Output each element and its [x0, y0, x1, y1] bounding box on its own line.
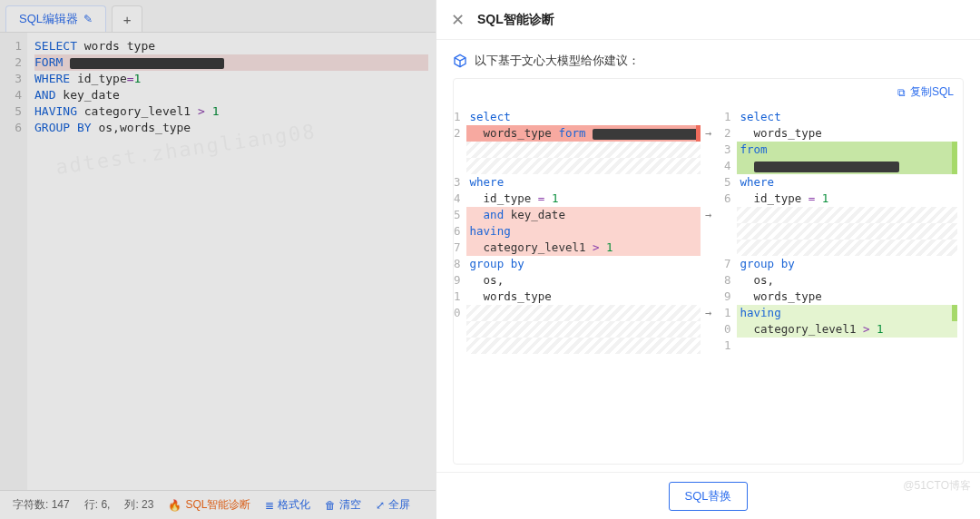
suggestion-intro: 以下基于文心大模型给你建议： [475, 53, 640, 69]
sql-editor-pane: SQL编辑器 ✎ + 123456 SELECT words typeFORM … [0, 0, 436, 519]
diff-original: 12345678910 select words_type form where… [454, 105, 701, 464]
sql-diff-view: ⧉ 复制SQL 12345678910 select words_type fo… [453, 78, 964, 465]
diff-line: category_level1 > 1 [737, 321, 958, 338]
format-button[interactable]: ≣ 格式化 [265, 497, 310, 513]
ai-cube-icon [453, 54, 467, 68]
add-tab-button[interactable]: + [112, 5, 142, 32]
format-icon: ≣ [265, 499, 274, 512]
site-watermark: @51CTO博客 [903, 478, 971, 494]
code-line[interactable]: AND key_date [34, 87, 428, 103]
diff-line: and key_date [466, 207, 701, 223]
panel-footer: SQL替换 [436, 472, 980, 519]
diff-line: category_level1 > 1 [466, 240, 701, 256]
sql-replace-button[interactable]: SQL替换 [669, 482, 747, 511]
diff-line: having [737, 305, 958, 321]
diff-line: group by [466, 256, 701, 272]
code-line[interactable]: FORM [34, 54, 428, 71]
editor-code[interactable]: SELECT words typeFORM WHERE id_type=1AND… [27, 33, 436, 490]
panel-header: ✕ SQL智能诊断 [436, 0, 980, 40]
code-line[interactable]: SELECT words type [34, 38, 428, 54]
diff-arrow-icon: → [705, 305, 711, 321]
diff-columns: 12345678910 select words_type form where… [454, 105, 963, 464]
fire-icon: 🔥 [168, 499, 181, 512]
copy-sql-button[interactable]: ⧉ 复制SQL [897, 84, 954, 100]
diff-line: id_type = 1 [737, 191, 958, 207]
panel-body: 以下基于文心大模型给你建议： ⧉ 复制SQL 12345678910 selec… [436, 40, 980, 472]
fullscreen-icon: ⤢ [376, 499, 385, 512]
diff-line [466, 338, 701, 354]
code-line[interactable]: WHERE id_type=1 [34, 71, 428, 87]
diff-line: where [737, 174, 958, 191]
diff-line: os, [466, 272, 701, 289]
diff-arrow-column: →→→ [701, 105, 717, 464]
sql-diagnosis-panel: ✕ SQL智能诊断 以下基于文心大模型给你建议： ⧉ 复制SQL [436, 0, 980, 519]
diff-line [737, 338, 958, 354]
plus-icon: + [123, 12, 132, 27]
trash-icon: 🗑 [325, 499, 336, 512]
status-chars: 字符数: 147 [13, 497, 70, 513]
diff-line: words_type [737, 125, 958, 142]
diff-line [466, 321, 701, 338]
diff-arrow-icon: → [705, 125, 711, 142]
editor-gutter: 123456 [0, 33, 27, 490]
diff-line [466, 158, 701, 174]
sql-diagnose-button[interactable]: 🔥 SQL智能诊断 [168, 497, 250, 513]
diff-line [466, 305, 701, 321]
diff-line: words_type [466, 289, 701, 305]
diff-line [737, 207, 958, 223]
diff-line [737, 223, 958, 240]
suggestion-header: 以下基于文心大模型给你建议： [453, 53, 964, 69]
diff-line: having [466, 223, 701, 240]
diff-line [737, 240, 958, 256]
tab-label: SQL编辑器 [19, 11, 78, 27]
diff-line: from [737, 142, 958, 158]
diff-line [737, 158, 958, 174]
diff-line: id_type = 1 [466, 191, 701, 207]
diff-line [466, 142, 701, 158]
editor-tab-strip: SQL编辑器 ✎ + [0, 0, 436, 33]
panel-title: SQL智能诊断 [477, 12, 554, 28]
diff-line: words_type form [466, 125, 701, 142]
diff-suggested: 123456789101 select words_typefrom where… [717, 105, 964, 464]
diff-line: select [466, 109, 701, 125]
diff-line: select [737, 109, 958, 125]
diff-line: where [466, 174, 701, 191]
code-editor[interactable]: 123456 SELECT words typeFORM WHERE id_ty… [0, 33, 436, 490]
diff-arrow-icon: → [705, 207, 711, 223]
diff-line: words_type [737, 289, 958, 305]
close-icon[interactable]: ✕ [451, 10, 465, 30]
status-row: 行: 6, [84, 497, 111, 513]
code-line[interactable]: HAVING category_level1 > 1 [34, 103, 428, 120]
code-line[interactable]: GROUP BY os,words_type [34, 120, 428, 136]
editor-status-bar: 字符数: 147 行: 6, 列: 23 🔥 SQL智能诊断 ≣ 格式化 🗑 清… [0, 490, 436, 519]
diff-line: os, [737, 272, 958, 289]
edit-icon: ✎ [83, 13, 93, 25]
fullscreen-button[interactable]: ⤢ 全屏 [376, 497, 410, 513]
status-col: 列: 23 [124, 497, 153, 513]
app-root: SQL编辑器 ✎ + 123456 SELECT words typeFORM … [0, 0, 980, 519]
copy-icon: ⧉ [897, 86, 906, 99]
tab-sql-editor[interactable]: SQL编辑器 ✎ [5, 5, 106, 32]
diff-line: group by [737, 256, 958, 272]
diff-toolbar: ⧉ 复制SQL [454, 79, 963, 105]
clear-button[interactable]: 🗑 清空 [325, 497, 361, 513]
